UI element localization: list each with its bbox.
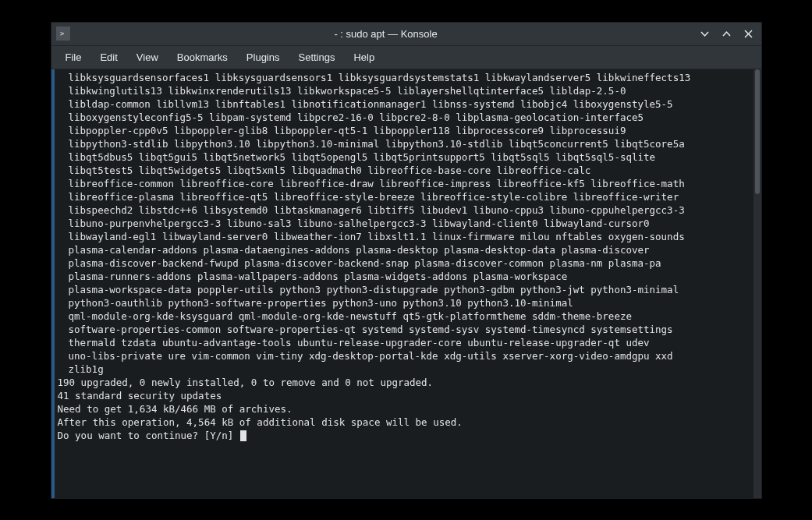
terminal-output-line: libreoffice-common libreoffice-core libr… (58, 177, 750, 190)
minimize-button[interactable] (697, 26, 713, 41)
terminal-output-line: python3-oauthlib python3-software-proper… (58, 296, 750, 310)
terminal-output-line: libpython3-stdlib libpython3.10 libpytho… (58, 137, 750, 150)
terminal-cursor (240, 430, 246, 441)
maximize-button[interactable] (719, 26, 735, 41)
menu-edit[interactable]: Edit (92, 48, 125, 66)
menu-file[interactable]: File (58, 48, 90, 66)
terminal-output-line: libldap-common libllvm13 libnftables1 li… (58, 97, 750, 111)
menu-plugins[interactable]: Plugins (239, 48, 288, 66)
menu-help[interactable]: Help (346, 48, 382, 66)
terminal-output-line: libreoffice-plasma libreoffice-qt5 libre… (58, 190, 750, 203)
close-icon (743, 29, 753, 39)
menu-view[interactable]: View (129, 48, 166, 66)
terminal-output-line: libuno-purpenvhelpergcc3-3 libuno-sal3 l… (58, 217, 750, 230)
menu-settings[interactable]: Settings (290, 48, 342, 66)
konsole-window: > - : sudo apt — Konsole File Edit View … (51, 23, 761, 498)
terminal-output-line: 41 standard security updates (58, 389, 750, 402)
terminal-output-line: After this operation, 4,564 kB of additi… (58, 416, 750, 429)
scrollbar-thumb[interactable] (755, 69, 760, 194)
chevron-down-icon (700, 29, 710, 39)
terminal-output-line: libqt5dbus5 libqt5gui5 libqt5network5 li… (58, 150, 750, 164)
menubar: File Edit View Bookmarks Plugins Setting… (51, 46, 761, 69)
svg-text:>: > (60, 30, 65, 37)
terminal-output-line: plasma-workspace-data poppler-utils pyth… (58, 283, 750, 296)
terminal-output-line: 190 upgraded, 0 newly installed, 0 to re… (58, 376, 750, 389)
app-icon: > (56, 27, 70, 41)
terminal-output-line: liboxygenstyleconfig5-5 libpam-systemd l… (58, 111, 750, 124)
chevron-up-icon (722, 29, 732, 39)
terminal-output-line: libqt5test5 libqt5widgets5 libqt5xml5 li… (58, 164, 750, 177)
window-title: - : sudo apt — Konsole (75, 28, 697, 40)
terminal-output-line: thermald tzdata ubuntu-advantage-tools u… (58, 336, 750, 349)
window-controls (697, 26, 757, 41)
terminal-prompt-text: Do you want to continue? [Y/n] (58, 430, 239, 441)
terminal-output-line: Need to get 1,634 kB/466 MB of archives. (58, 402, 750, 416)
titlebar: > - : sudo apt — Konsole (51, 23, 761, 46)
close-button[interactable] (741, 26, 757, 41)
terminal-output-line: plasma-calendar-addons plasma-dataengine… (58, 243, 750, 256)
menu-bookmarks[interactable]: Bookmarks (169, 48, 236, 66)
terminal-output-line: libksysguardsensorfaces1 libksysguardsen… (58, 71, 750, 84)
terminal-prompt-line: Do you want to continue? [Y/n] (58, 429, 750, 442)
terminal-output-line: plasma-discover-backend-fwupd plasma-dis… (58, 256, 750, 270)
scrollbar[interactable] (753, 69, 761, 498)
terminal-output-line: uno-libs-private ure vim-common vim-tiny… (58, 349, 750, 363)
terminal-output-line: software-properties-common software-prop… (58, 323, 750, 336)
terminal-output-line: qml-module-org-kde-ksysguard qml-module-… (58, 310, 750, 323)
terminal-output-line: libkwinglutils13 libkwinxrenderutils13 l… (58, 84, 750, 97)
terminal-output-line: libspeechd2 libstdc++6 libsystemd0 libta… (58, 203, 750, 217)
terminal-output-line: libwayland-egl1 libwayland-server0 libwe… (58, 230, 750, 243)
terminal-output-line: zlib1g (58, 363, 750, 376)
terminal-output-line: plasma-runners-addons plasma-wallpapers-… (58, 270, 750, 283)
terminal[interactable]: libksysguardsensorfaces1 libksysguardsen… (55, 69, 753, 498)
terminal-area: libksysguardsensorfaces1 libksysguardsen… (51, 69, 761, 498)
terminal-output-line: libpoppler-cpp0v5 libpoppler-glib8 libpo… (58, 124, 750, 137)
